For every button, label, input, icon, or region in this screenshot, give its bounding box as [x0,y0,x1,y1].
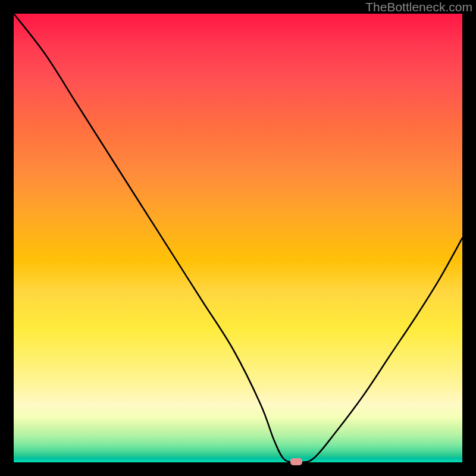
optimum-marker [290,458,302,465]
chart-container: TheBottleneck.com [0,0,476,476]
watermark-text: TheBottleneck.com [365,0,472,14]
plot-area [14,14,462,462]
